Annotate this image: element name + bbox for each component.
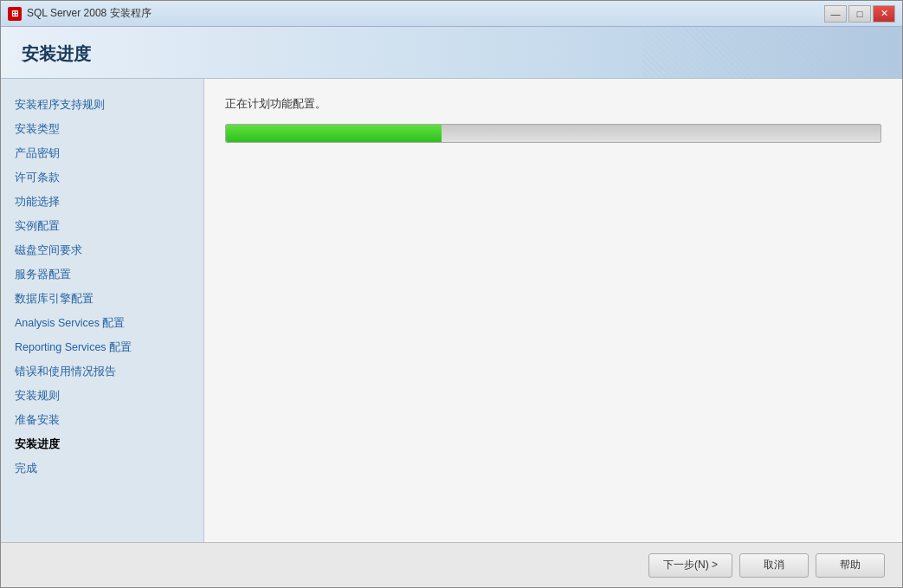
header: 安装进度 (1, 27, 902, 79)
window-title: SQL Server 2008 安装程序 (27, 6, 824, 21)
close-button[interactable]: ✕ (873, 5, 895, 23)
page-title: 安装进度 (22, 42, 881, 66)
sidebar-item-analysis-services[interactable]: Analysis Services 配置 (1, 311, 203, 335)
sidebar-item-db-engine-config[interactable]: 数据库引擎配置 (1, 287, 203, 311)
sidebar-item-license[interactable]: 许可条款 (1, 165, 203, 190)
next-button[interactable]: 下一步(N) > (648, 553, 732, 578)
sidebar-item-product-key[interactable]: 产品密钥 (1, 141, 203, 165)
sidebar-item-instance-config[interactable]: 实例配置 (1, 214, 203, 238)
sidebar-item-reporting-services[interactable]: Reporting Services 配置 (1, 335, 203, 359)
sidebar-item-feature-selection[interactable]: 功能选择 (1, 190, 203, 214)
title-bar-buttons: — □ ✕ (824, 5, 895, 23)
main-content: 安装程序支持规则安装类型产品密钥许可条款功能选择实例配置磁盘空间要求服务器配置数… (1, 79, 902, 542)
sidebar-item-install-progress[interactable]: 安装进度 (1, 432, 203, 456)
window-icon: ⊞ (8, 7, 22, 21)
help-button[interactable]: 帮助 (816, 553, 885, 578)
sidebar-item-setup-type[interactable]: 安装类型 (1, 117, 203, 141)
sidebar-item-complete[interactable]: 完成 (1, 456, 203, 481)
sidebar-item-disk-space[interactable]: 磁盘空间要求 (1, 238, 203, 262)
sidebar-item-setup-support-rules[interactable]: 安装程序支持规则 (1, 93, 203, 117)
sidebar-item-error-report[interactable]: 错误和使用情况报告 (1, 359, 203, 384)
title-bar: ⊞ SQL Server 2008 安装程序 — □ ✕ (1, 1, 902, 27)
sidebar-item-ready-to-install[interactable]: 准备安装 (1, 408, 203, 432)
cancel-button[interactable]: 取消 (739, 553, 809, 578)
progress-bar-container (225, 124, 881, 143)
content-area: 正在计划功能配置。 (204, 79, 902, 542)
minimize-button[interactable]: — (824, 5, 847, 23)
sidebar-item-install-rules[interactable]: 安装规则 (1, 384, 203, 408)
sidebar-item-server-config[interactable]: 服务器配置 (1, 262, 203, 287)
maximize-button[interactable]: □ (848, 5, 871, 23)
main-window: ⊞ SQL Server 2008 安装程序 — □ ✕ 安装进度 安装程序支持… (0, 0, 903, 588)
progress-bar (226, 125, 442, 142)
footer: 下一步(N) > 取消 帮助 (1, 542, 902, 587)
status-text: 正在计划功能配置。 (225, 96, 881, 112)
sidebar: 安装程序支持规则安装类型产品密钥许可条款功能选择实例配置磁盘空间要求服务器配置数… (1, 79, 204, 542)
